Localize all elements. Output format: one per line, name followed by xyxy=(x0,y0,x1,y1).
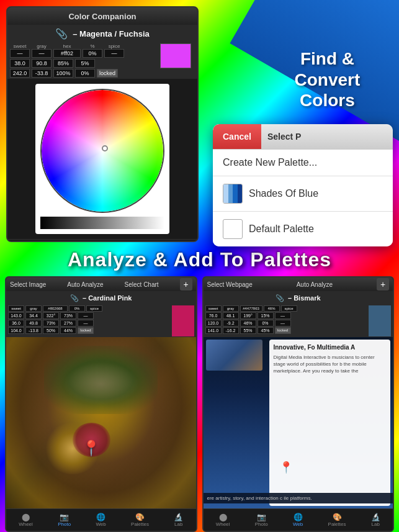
bottom-left-app: Select Image Auto Analyze Select Chart +… xyxy=(5,276,197,532)
bottom-section: Select Image Auto Analyze Select Chart +… xyxy=(0,276,399,532)
bottom-right-titlebar: Select Webpage Auto Analyze + xyxy=(204,277,393,291)
default-palette-label: Default Palette xyxy=(249,223,314,235)
bottom-right-values-swatch: sweet gray #4477863 46% spice 76.0 48.1 … xyxy=(204,305,393,337)
bl-vals-row2: 143.0 34.4 322° 73% — xyxy=(8,312,169,319)
val-gray: gray — xyxy=(32,43,52,58)
bottom-left-paperclip: 📎 xyxy=(70,294,79,302)
bottom-left-values: sweet gray #802668 0% spice 143.0 34.4 3… xyxy=(8,305,169,336)
br-vals-row2: 76.0 48.1 199° 15% — xyxy=(205,312,367,319)
values-col: sweet — gray — hex #ff02 % 0% spice — xyxy=(10,43,156,78)
shades-of-blue-label: Shades Of Blue xyxy=(249,188,318,199)
bl-tab-wheel[interactable]: ⬤ Wheel xyxy=(19,511,33,529)
br-auto-analyze: Auto Analyze xyxy=(297,281,333,288)
web-image-thumbnail xyxy=(206,340,263,371)
bl-vals-row1: sweet gray #802668 0% spice xyxy=(8,305,169,312)
app-title: Color Companion xyxy=(68,12,136,21)
bottom-left-values-swatch: sweet gray #802668 0% spice 143.0 34.4 3… xyxy=(6,305,196,337)
bl-vals-row3: 36.0 49.8 73% 27% — xyxy=(8,320,169,327)
wheel-container xyxy=(35,84,169,234)
val-percent: % 0% xyxy=(83,43,102,58)
bismark-swatch xyxy=(369,305,391,336)
bottom-right-color-name: – Bismark xyxy=(288,294,321,302)
middle-headline: Analyze & Add To Palettes xyxy=(0,242,399,277)
values-swatch-row: sweet — gray — hex #ff02 % 0% spice — xyxy=(7,42,197,79)
br-vals-row1: sweet gray #4477863 46% spice xyxy=(205,305,367,312)
web-page-body: Digital Media Interactive b musicians to… xyxy=(273,354,387,375)
color-wheel[interactable] xyxy=(40,89,164,213)
default-palette-item[interactable]: Default Palette xyxy=(213,212,393,246)
bottom-left-color-name: – Cardinal Pink xyxy=(83,294,132,302)
cancel-button[interactable]: Cancel xyxy=(213,124,261,149)
bottom-right-app: Select Webpage Auto Analyze + 📎 – Bismar… xyxy=(202,276,395,532)
bottom-right-tabs: ⬤ Wheel 📷 Photo 🌐 Web 🎨 Palettes 🔬 Lab xyxy=(204,508,393,531)
val-sweet: sweet — xyxy=(10,43,30,58)
select-image-label[interactable]: Select Image xyxy=(10,281,46,288)
val-spice: spice — xyxy=(104,43,124,58)
top-left-app-screenshot: Color Companion 📎 – Magenta / Fuchsia sw… xyxy=(6,6,199,242)
dropdown-header: Cancel Select P xyxy=(213,124,393,149)
select-chart-label[interactable]: Select Chart xyxy=(125,281,159,288)
food-highlight xyxy=(63,363,139,405)
br-tab-palettes[interactable]: 🎨 Palettes xyxy=(328,511,346,529)
selected-color-name: – Magenta / Fuchsia xyxy=(73,29,150,38)
color-wheel-wrapper xyxy=(40,89,164,213)
values-row-3: 242.0 -33.8 100% 0% locked xyxy=(10,69,156,78)
auto-analyze-label: Auto Analyze xyxy=(67,281,103,288)
plus-button[interactable]: + xyxy=(180,278,192,291)
bl-tab-lab[interactable]: 🔬 Lab xyxy=(174,511,183,529)
br-tab-lab[interactable]: 🔬 Lab xyxy=(371,511,380,529)
bl-vals-row4: 104.0 -13.8 50% 44% locked xyxy=(8,327,169,334)
web-page-title: Innovative, Fo Multimedia A xyxy=(273,343,387,351)
shades-of-blue-item[interactable]: Shades Of Blue xyxy=(213,176,393,212)
web-screenshot-area[interactable]: Innovative, Fo Multimedia A Digital Medi… xyxy=(204,337,393,508)
bottom-left-color-name-row: 📎 – Cardinal Pink xyxy=(6,291,196,305)
val-hex: hex #ff02 xyxy=(53,43,81,58)
food-photo-area[interactable]: 📍 xyxy=(6,337,196,508)
shades-of-blue-icon xyxy=(223,184,243,204)
create-palette-label: Create New Palette... xyxy=(223,157,317,168)
grayscale-bar[interactable] xyxy=(40,217,164,229)
color-name-row: 📎 – Magenta / Fuchsia xyxy=(7,25,197,42)
location-pin: 📍 xyxy=(82,440,101,457)
palette-select-dropdown[interactable]: Cancel Select P Create New Palette... Sh… xyxy=(213,124,393,246)
br-vals-row4: 141.0 -16.2 55% 45% locked xyxy=(205,327,367,334)
default-palette-icon xyxy=(223,219,243,239)
bl-tab-palettes[interactable]: 🎨 Palettes xyxy=(131,511,149,529)
br-plus-button[interactable]: + xyxy=(377,278,389,291)
color-wheel-area xyxy=(7,79,197,239)
create-new-palette-item[interactable]: Create New Palette... xyxy=(213,150,393,176)
dropdown-title: Select P xyxy=(261,124,393,149)
values-row-1: sweet — gray — hex #ff02 % 0% spice — xyxy=(10,43,156,58)
headline-text: Analyze & Add To Palettes xyxy=(0,248,399,271)
bottom-right-paperclip: 📎 xyxy=(276,294,284,302)
bottom-right-color-name-row: 📎 – Bismark xyxy=(204,291,393,305)
app-titlebar: Color Companion xyxy=(7,7,197,25)
paperclip-icon: 📎 xyxy=(55,28,68,40)
web-text-overlay: Innovative, Fo Multimedia A Digital Medi… xyxy=(269,340,390,506)
bottom-left-titlebar: Select Image Auto Analyze Select Chart + xyxy=(6,277,196,291)
bottom-left-tabs: ⬤ Wheel 📷 Photo 🌐 Web 🎨 Palettes 🔬 Lab xyxy=(6,508,196,531)
br-tab-photo[interactable]: 📷 Photo xyxy=(255,511,268,529)
bl-tab-web[interactable]: 🌐 Web xyxy=(96,511,105,529)
select-webpage-label[interactable]: Select Webpage xyxy=(207,281,253,288)
br-vals-row3: 120.0 -9.2 46% 0% — xyxy=(205,320,367,327)
web-location-pin: 📍 xyxy=(279,461,293,474)
values-row-2: 38.0 90.8 85% 5% xyxy=(10,59,156,68)
br-tab-wheel[interactable]: ⬤ Wheel xyxy=(216,511,230,529)
web-bottom-text: ere artistry, story, and interaction c i… xyxy=(207,495,390,501)
bottom-right-values: sweet gray #4477863 46% spice 76.0 48.1 … xyxy=(205,305,367,336)
food-image: 📍 xyxy=(6,337,196,508)
color-selector-dot[interactable] xyxy=(102,145,108,151)
color-swatch-magenta xyxy=(160,43,191,68)
banner-text: Find &Convert Colors xyxy=(266,48,390,111)
cardinal-pink-swatch xyxy=(172,305,194,336)
br-tab-web[interactable]: 🌐 Web xyxy=(293,511,303,529)
web-footer-text: ere artistry, story, and interaction c i… xyxy=(204,493,393,503)
bl-tab-photo[interactable]: 📷 Photo xyxy=(58,511,71,529)
web-page-content: Innovative, Fo Multimedia A Digital Medi… xyxy=(204,337,393,508)
